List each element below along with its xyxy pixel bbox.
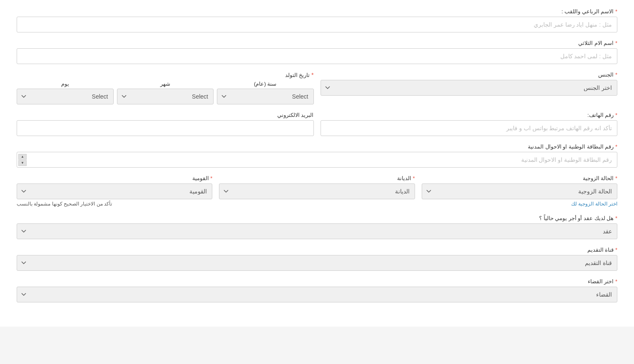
year-select[interactable]: Select <box>217 89 314 104</box>
birth-month-item: شهر Select <box>117 81 214 104</box>
marital-status-select[interactable]: الحالة الزوجية <box>422 183 617 199</box>
judiciary-group: * اختر القضاء القضاء <box>17 278 617 302</box>
gender-birth-row: * الجنس اختر الجنس ذكر انثى * تاريخ التو… <box>17 72 617 104</box>
phone-email-row: * رقم الهاتف: البريد الالكتروني <box>17 112 617 136</box>
nationality-hint: تأكد من الاختيار الصحيح كونها مشمولة بال… <box>17 201 112 207</box>
mother-name-label-text: اسم الام الثلاثي <box>578 40 614 46</box>
marital-status-block: * الحالة الزوجية الحالة الزوجية <box>422 175 617 199</box>
submission-channel-group: * قناة التقديم قناة التقديم <box>17 247 617 271</box>
email-label-text: البريد الالكتروني <box>277 112 314 118</box>
religion-select[interactable]: الديانة <box>219 183 415 199</box>
nationality-label: * القومية <box>17 175 212 181</box>
form-container: * الاسم الرباعي واللقب : * اسم الام الثل… <box>0 0 634 327</box>
contract-label-text: هل لديك عقد أو أجر يومي حالياً ؟ <box>539 215 614 221</box>
gender-block: * الجنس اختر الجنس ذكر انثى <box>321 72 618 96</box>
religion-label-text: الديانة <box>397 175 411 181</box>
three-dropdown-labels-row: * الحالة الزوجية الحالة الزوجية * الديان… <box>17 175 617 199</box>
religion-label: * الديانة <box>219 175 415 181</box>
nationality-label-text: القومية <box>192 175 209 181</box>
contract-label: * هل لديك عقد أو أجر يومي حالياً ؟ <box>17 215 617 221</box>
national-id-label: * رقم البطاقة الوطنية او الاحوال المدنية <box>17 144 617 150</box>
required-star: * <box>615 8 617 15</box>
birth-year-item: سنة (عام) Select <box>217 81 314 104</box>
spinner-down[interactable]: ▼ <box>18 160 27 166</box>
phone-input[interactable] <box>321 120 618 136</box>
phone-label-text: رقم الهاتف: <box>587 112 614 118</box>
hints-row: اختر الحالة الزوجية لك تأكد من الاختيار … <box>17 201 617 209</box>
full-name-label-text: الاسم الرباعي واللقب : <box>562 8 614 15</box>
month-label: شهر <box>117 81 214 87</box>
required-star-mother: * <box>615 40 617 46</box>
religion-block: * الديانة الديانة <box>219 175 415 199</box>
contract-select[interactable]: عقد <box>17 223 617 239</box>
nationality-block: * القومية القومية <box>17 175 212 199</box>
phone-label: * رقم الهاتف: <box>321 112 618 118</box>
submission-channel-label-text: قناة التقديم <box>587 247 614 253</box>
phone-block: * رقم الهاتف: <box>321 112 618 136</box>
marital-hint-link[interactable]: اختر الحالة الزوجية لك <box>571 201 617 209</box>
submission-channel-select[interactable]: قناة التقديم <box>17 255 617 271</box>
id-input-wrapper: ▲ ▼ <box>17 152 617 168</box>
national-id-block: * رقم البطاقة الوطنية او الاحوال المدنية… <box>17 144 617 168</box>
full-name-group: * الاسم الرباعي واللقب : <box>17 8 617 32</box>
email-block: البريد الالكتروني <box>17 112 314 136</box>
full-name-label: * الاسم الرباعي واللقب : <box>17 8 617 15</box>
gender-label: * الجنس <box>321 72 618 78</box>
birth-dropdowns: يوم Select شهر Select سنة (عام) Sel <box>17 81 314 104</box>
marital-label-text: الحالة الزوجية <box>583 175 614 181</box>
national-id-input[interactable] <box>17 152 617 168</box>
year-label: سنة (عام) <box>217 81 314 87</box>
nationality-select[interactable]: القومية <box>17 183 212 199</box>
mother-name-input[interactable] <box>17 48 617 64</box>
marital-label: * الحالة الزوجية <box>422 175 617 181</box>
mother-name-label: * اسم الام الثلاثي <box>17 40 617 46</box>
national-id-label-text: رقم البطاقة الوطنية او الاحوال المدنية <box>528 144 614 150</box>
full-name-input[interactable] <box>17 17 617 32</box>
day-select[interactable]: Select <box>17 89 114 104</box>
email-label: البريد الالكتروني <box>17 112 314 118</box>
mother-name-group: * اسم الام الثلاثي <box>17 40 617 64</box>
three-dropdowns-row: * الحالة الزوجية الحالة الزوجية * الديان… <box>17 175 617 199</box>
birthdate-block: * تاريخ التولد يوم Select شهر Select <box>17 72 314 104</box>
birth-day-item: يوم Select <box>17 81 114 104</box>
email-input[interactable] <box>17 120 314 136</box>
id-spinner[interactable]: ▲ ▼ <box>18 154 27 166</box>
day-label: يوم <box>17 81 114 87</box>
judiciary-label: * اختر القضاء <box>17 278 617 285</box>
gender-label-text: الجنس <box>598 72 614 78</box>
gender-select[interactable]: اختر الجنس ذكر انثى <box>321 80 618 96</box>
judiciary-label-text: اختر القضاء <box>588 278 614 285</box>
contract-group: * هل لديك عقد أو أجر يومي حالياً ؟ عقد <box>17 215 617 239</box>
month-select[interactable]: Select <box>117 89 214 104</box>
spinner-up[interactable]: ▲ <box>18 154 27 160</box>
birth-date-label: تاريخ التولد <box>285 72 310 78</box>
judiciary-select[interactable]: القضاء <box>17 287 617 302</box>
submission-channel-label: * قناة التقديم <box>17 247 617 253</box>
